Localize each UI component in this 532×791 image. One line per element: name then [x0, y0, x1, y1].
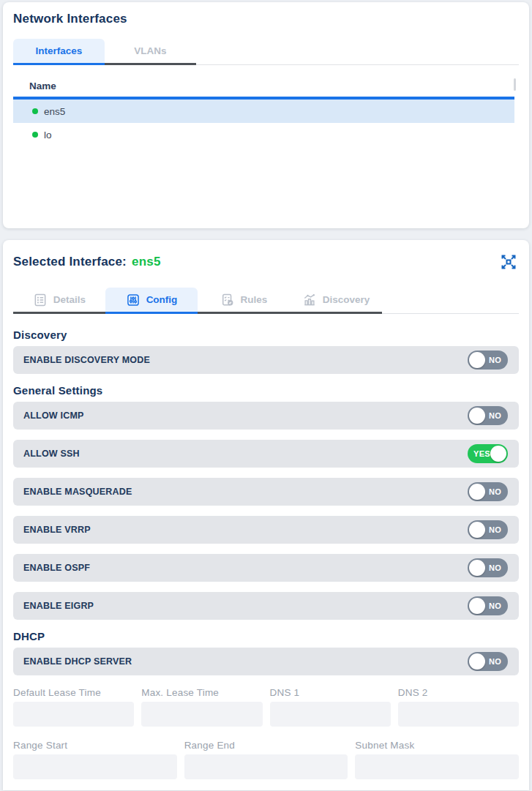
default-lease-time-input[interactable]	[13, 702, 134, 727]
field-dns-2: DNS 2	[398, 687, 519, 727]
toggle-state-label: NO	[489, 657, 501, 666]
toggle-knob	[490, 446, 506, 462]
setting-row-enable-discovery-mode: ENABLE DISCOVERY MODE NO	[13, 346, 519, 374]
setting-label: ENABLE OSPF	[23, 563, 90, 573]
subnet-mask-input[interactable]	[355, 754, 519, 779]
dns-1-input[interactable]	[270, 702, 391, 727]
section-heading-discovery: Discovery	[13, 329, 519, 341]
setting-label: ENABLE MASQUERADE	[23, 487, 132, 497]
setting-row-enable-masquerade: ENABLE MASQUERADE NO	[13, 478, 519, 506]
toggle-enable-masquerade[interactable]: NO	[468, 482, 508, 501]
toggle-knob	[469, 484, 485, 500]
tab-discovery-label: Discovery	[323, 294, 370, 305]
setting-row-enable-dhcp-server: ENABLE DHCP SERVER NO	[13, 648, 519, 675]
setting-row-enable-eigrp: ENABLE EIGRP NO	[13, 592, 519, 620]
status-up-icon	[32, 108, 38, 114]
toggle-knob	[469, 408, 485, 424]
max-lease-time-input[interactable]	[141, 702, 262, 727]
toggle-allow-icmp[interactable]: NO	[468, 406, 508, 425]
tab-vlans-label: VLANs	[134, 45, 166, 56]
details-icon	[33, 293, 48, 307]
tab-details[interactable]: Details	[13, 288, 105, 314]
network-interfaces-card: Network Interfaces Interfaces VLANs Name…	[3, 2, 529, 228]
interface-name: lo	[44, 130, 52, 140]
selected-interface-header: Selected Interface:ens5	[13, 240, 519, 272]
field-range-start: Range Start	[13, 740, 177, 779]
toggle-enable-eigrp[interactable]: NO	[468, 596, 508, 615]
toggle-state-label: NO	[489, 601, 501, 610]
table-header-name: Name	[13, 75, 514, 100]
tab-discovery[interactable]: Discovery	[290, 288, 382, 314]
config-tabstrip: Details Config	[13, 288, 519, 314]
selected-interface-name: ens5	[132, 255, 161, 269]
section-heading-general-settings: General Settings	[13, 384, 519, 397]
field-label: DNS 1	[270, 687, 391, 698]
toggle-enable-vrrp[interactable]: NO	[468, 520, 508, 539]
tab-interfaces[interactable]: Interfaces	[13, 39, 105, 65]
field-subnet-mask: Subnet Mask	[355, 740, 519, 779]
field-label: Range Start	[13, 740, 177, 751]
table-row-ens5[interactable]: ens5	[13, 100, 514, 123]
toggle-state-label: NO	[489, 411, 501, 420]
toggle-knob	[469, 653, 485, 670]
field-default-lease-time: Default Lease Time	[13, 687, 134, 727]
tab-details-label: Details	[53, 294, 86, 305]
dhcp-form-row-2: Range Start Range End Subnet Mask	[13, 740, 519, 779]
status-up-icon	[32, 132, 38, 138]
expand-button[interactable]	[498, 252, 519, 272]
toggle-enable-dhcp-server[interactable]: NO	[468, 652, 508, 671]
tab-vlans[interactable]: VLANs	[105, 39, 196, 65]
expand-icon	[500, 253, 517, 271]
selected-interface-title: Selected Interface:ens5	[13, 255, 161, 269]
setting-row-enable-vrrp: ENABLE VRRP NO	[13, 516, 519, 544]
page-title: Network Interfaces	[13, 2, 519, 26]
interface-name: ens5	[44, 106, 65, 117]
interfaces-tabstrip: Interfaces VLANs	[13, 39, 519, 65]
field-label: Subnet Mask	[355, 740, 519, 751]
toggle-state-label: YES	[473, 449, 490, 458]
table-scrollbar[interactable]	[514, 78, 516, 91]
config-icon	[126, 293, 141, 307]
toggle-state-label: NO	[489, 356, 501, 364]
tabstrip-filler	[196, 39, 519, 65]
tabstrip-filler	[382, 288, 519, 314]
table-row-lo[interactable]: lo	[13, 123, 514, 146]
tab-config[interactable]: Config	[105, 288, 198, 314]
toggle-knob	[469, 522, 485, 538]
dns-2-input[interactable]	[398, 702, 519, 727]
interfaces-table: Name ens5 lo	[13, 75, 514, 146]
setting-label: ENABLE DISCOVERY MODE	[23, 355, 150, 365]
field-label: DNS 2	[398, 687, 519, 698]
selected-interface-card: Selected Interface:ens5	[3, 240, 529, 790]
field-range-end: Range End	[184, 740, 348, 779]
tab-config-label: Config	[146, 294, 178, 305]
field-label: Max. Lease Time	[141, 687, 262, 698]
range-end-input[interactable]	[184, 754, 348, 779]
range-start-input[interactable]	[13, 754, 177, 779]
section-heading-dhcp: DHCP	[13, 630, 519, 642]
toggle-state-label: NO	[489, 563, 501, 572]
discovery-icon	[302, 293, 317, 307]
selected-interface-label: Selected Interface:	[13, 255, 127, 269]
toggle-state-label: NO	[489, 487, 501, 496]
setting-label: ALLOW SSH	[23, 449, 80, 459]
toggle-allow-ssh[interactable]: YES	[468, 444, 508, 463]
toggle-knob	[469, 598, 485, 614]
rules-icon	[220, 293, 235, 307]
tab-rules-label: Rules	[241, 294, 268, 305]
field-dns-1: DNS 1	[270, 687, 391, 727]
field-max-lease-time: Max. Lease Time	[141, 687, 262, 727]
setting-label: ENABLE DHCP SERVER	[23, 656, 132, 667]
tab-interfaces-label: Interfaces	[36, 45, 83, 56]
dhcp-form-row-1: Default Lease Time Max. Lease Time DNS 1…	[13, 687, 519, 727]
setting-label: ALLOW ICMP	[23, 411, 84, 421]
tab-rules[interactable]: Rules	[198, 288, 290, 314]
toggle-enable-ospf[interactable]: NO	[468, 558, 508, 577]
setting-label: ENABLE VRRP	[23, 525, 91, 535]
setting-label: ENABLE EIGRP	[23, 601, 94, 611]
field-label: Range End	[184, 740, 348, 751]
toggle-enable-discovery-mode[interactable]: NO	[468, 350, 508, 370]
toggle-knob	[469, 560, 485, 576]
toggle-state-label: NO	[489, 525, 501, 534]
toggle-knob	[469, 352, 485, 368]
